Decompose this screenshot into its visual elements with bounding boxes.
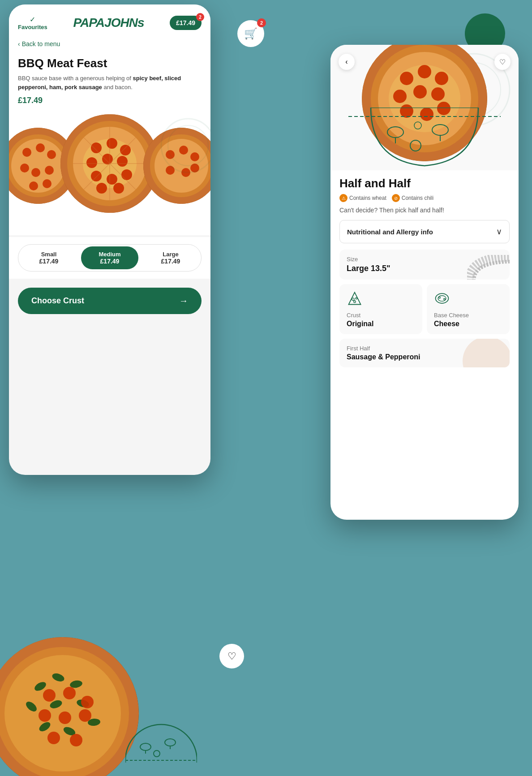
svg-point-35 (190, 152, 199, 161)
cart-button[interactable]: £17.49 2 (170, 16, 202, 30)
svg-point-34 (179, 146, 188, 155)
first-half-section: First Half Sausage & Pepperoni (339, 339, 510, 367)
cart-badge: 2 (257, 18, 266, 27)
svg-point-10 (43, 179, 51, 188)
svg-point-65 (165, 739, 176, 746)
svg-point-85 (387, 127, 403, 138)
svg-point-61 (125, 724, 197, 763)
pizza-images-section (9, 110, 210, 235)
back-label: Back to menu (22, 40, 60, 47)
cheese-icon (434, 290, 502, 309)
cart-badge-left: 2 (196, 13, 204, 21)
size-medium[interactable]: Medium £17.49 (81, 246, 138, 269)
svg-point-53 (43, 689, 56, 702)
cheese-card: Base Cheese Cheese (427, 284, 510, 334)
svg-point-90 (414, 122, 421, 129)
svg-point-4 (36, 143, 45, 152)
left-header: ✓ Favourites PAPAJOHNs £17.49 2 (9, 4, 210, 36)
svg-point-37 (181, 168, 190, 177)
svg-point-87 (432, 125, 448, 135)
size-small-price: £17.49 (23, 258, 75, 265)
crust-label: Crust (347, 312, 415, 319)
chili-label: Contains chili (402, 195, 433, 201)
logo: PAPAJOHNs (73, 16, 144, 30)
svg-point-25 (113, 183, 124, 194)
left-phone: ✓ Favourites PAPAJOHNs £17.49 2 ‹ Back t… (9, 4, 210, 475)
svg-point-96 (439, 297, 441, 298)
svg-point-21 (91, 171, 102, 181)
svg-point-92 (356, 297, 357, 299)
nutritional-label: Nutritional and Allergy info (347, 228, 433, 236)
back-button-right[interactable]: ‹ (339, 54, 355, 70)
allergen-tags: ⚠ Contains wheat ⊘ Contains chili (339, 194, 510, 202)
svg-point-56 (39, 709, 51, 722)
cart-price: £17.49 (176, 19, 195, 26)
pizza-description: BBQ sauce base with a generous helping o… (18, 74, 202, 91)
pizza-right-thumb (143, 128, 210, 204)
svg-point-77 (393, 90, 407, 103)
floating-heart-button[interactable]: ♡ (219, 644, 244, 668)
pizza-price: £17.49 (18, 96, 202, 105)
svg-point-16 (107, 138, 117, 149)
allergen-chili: ⊘ Contains chili (392, 194, 433, 202)
favourites-button[interactable]: ✓ Favourites (18, 15, 47, 30)
right-pizza-section: ‹ ♡ (330, 45, 519, 170)
heart-button-right[interactable]: ♡ (494, 54, 511, 70)
svg-point-54 (63, 687, 76, 699)
svg-point-76 (435, 72, 448, 85)
size-small[interactable]: Small £17.49 (20, 246, 77, 269)
size-section: Size Large 13.5" (339, 250, 510, 280)
size-options-group: Small £17.49 Medium £17.49 Large £17.49 (18, 244, 202, 272)
info-grid: Crust Original Base Cheese Cheese (339, 284, 510, 334)
choose-crust-button[interactable]: Choose Crust → (18, 288, 202, 314)
cheese-value: Cheese (434, 320, 502, 328)
back-chevron-icon: ‹ (18, 40, 20, 47)
nutritional-dropdown[interactable]: Nutritional and Allergy info ∨ (339, 220, 510, 243)
arrow-icon: → (179, 296, 188, 306)
logo-johns: JOHNs (104, 16, 144, 30)
svg-point-57 (59, 711, 71, 724)
allergen-wheat: ⚠ Contains wheat (339, 194, 386, 202)
size-large[interactable]: Large £17.49 (142, 246, 199, 269)
svg-point-6 (20, 164, 29, 172)
svg-point-79 (431, 87, 445, 101)
svg-point-74 (400, 72, 413, 85)
check-icon: ✓ (30, 15, 35, 24)
product-description: Can't decide? Then pick half and half! (339, 207, 510, 214)
wheat-label: Contains wheat (349, 195, 386, 201)
svg-point-59 (47, 732, 60, 744)
svg-point-91 (352, 298, 354, 300)
back-nav: ‹ Back to menu (9, 36, 210, 52)
svg-point-24 (96, 183, 107, 194)
svg-point-7 (31, 168, 40, 177)
crust-value: Original (347, 320, 415, 328)
svg-point-63 (140, 743, 151, 750)
svg-point-23 (121, 169, 132, 180)
size-selector: Small £17.49 Medium £17.49 Large £17.49 (9, 237, 210, 279)
size-large-price: £17.49 (145, 258, 197, 265)
pizza-desc-plain: BBQ sauce base with a generous helping o… (18, 75, 133, 82)
floating-cart-button[interactable]: 🛒 2 (237, 20, 264, 47)
svg-point-89 (410, 140, 421, 151)
svg-point-15 (91, 142, 102, 153)
size-medium-price: £17.49 (84, 258, 136, 265)
chevron-down-icon: ∨ (496, 227, 502, 237)
svg-point-38 (190, 164, 199, 172)
crust-card: Crust Original (339, 284, 422, 334)
svg-point-78 (413, 85, 427, 99)
svg-point-93 (354, 301, 356, 303)
svg-point-3 (22, 148, 31, 157)
product-title: Half and Half (339, 177, 510, 190)
svg-point-60 (70, 734, 82, 746)
right-content: Half and Half ⚠ Contains wheat ⊘ Contain… (330, 170, 519, 520)
size-medium-name: Medium (84, 251, 136, 258)
back-to-menu-link[interactable]: ‹ Back to menu (18, 40, 202, 47)
svg-point-55 (81, 696, 94, 708)
svg-point-9 (29, 181, 38, 190)
svg-point-97 (444, 298, 446, 300)
svg-point-18 (86, 157, 97, 168)
heart-icon: ♡ (227, 651, 236, 662)
pizza-desc-end: and bacon. (102, 84, 133, 91)
svg-point-58 (79, 709, 91, 722)
svg-point-8 (45, 166, 54, 175)
